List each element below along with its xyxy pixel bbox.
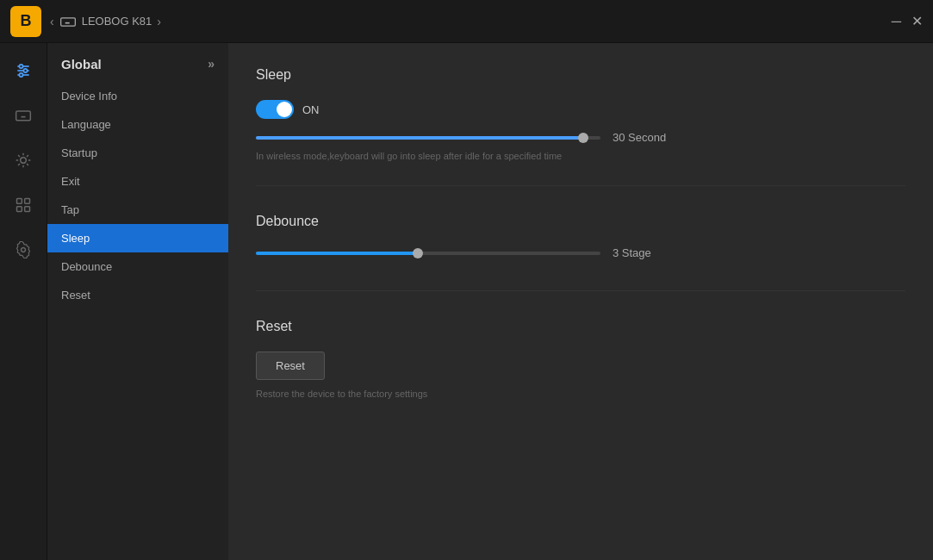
svg-rect-0 xyxy=(60,17,75,25)
app-logo: B xyxy=(10,6,41,37)
sleep-slider-row: 30 Second xyxy=(256,131,905,144)
sidebar-item-language[interactable]: Language xyxy=(47,110,228,139)
sleep-slider-track[interactable] xyxy=(256,136,600,140)
sidebar-section-title: Global » xyxy=(47,43,228,82)
sidebar-icon-settings[interactable] xyxy=(9,236,37,264)
debounce-section-title: Debounce xyxy=(256,214,905,229)
svg-rect-35 xyxy=(17,207,22,212)
svg-line-29 xyxy=(18,155,20,157)
sidebar-icon-sliders[interactable] xyxy=(9,57,37,84)
svg-point-24 xyxy=(21,158,27,164)
device-name-label: LEOBOG K81 xyxy=(82,15,152,28)
svg-line-32 xyxy=(18,164,20,165)
sidebar-icons xyxy=(0,43,47,560)
svg-point-13 xyxy=(23,69,27,72)
svg-point-12 xyxy=(19,65,22,68)
svg-line-30 xyxy=(27,164,28,165)
reset-section-title: Reset xyxy=(256,319,905,334)
sleep-slider-thumb[interactable] xyxy=(578,133,588,143)
svg-rect-34 xyxy=(25,199,30,204)
svg-rect-36 xyxy=(25,207,30,212)
svg-rect-33 xyxy=(17,199,22,204)
sidebar-icon-macro[interactable] xyxy=(9,191,37,219)
keyboard-nav-icon xyxy=(59,13,77,30)
debounce-slider-value: 3 Stage xyxy=(613,246,681,259)
sleep-slider-hint: In wireless mode,keyboard will go into s… xyxy=(256,151,905,161)
sleep-toggle-label: ON xyxy=(302,103,320,116)
sidebar-nav: Global » Device Info Language Startup Ex… xyxy=(47,43,228,560)
sidebar-item-startup[interactable]: Startup xyxy=(47,139,228,167)
sleep-section-title: Sleep xyxy=(256,67,905,83)
svg-point-14 xyxy=(19,73,22,77)
minimize-button[interactable]: ─ xyxy=(892,15,901,28)
nav-next-button[interactable]: › xyxy=(157,15,161,28)
sidebar-item-exit[interactable]: Exit xyxy=(47,167,228,196)
debounce-slider-row: 3 Stage xyxy=(256,246,905,259)
close-button[interactable]: ✕ xyxy=(911,15,923,28)
titlebar: B ‹ LEOBOG K81 › ─ ✕ xyxy=(0,0,933,43)
svg-rect-15 xyxy=(16,111,31,121)
reset-section: Reset Reset Restore the device to the fa… xyxy=(256,319,905,423)
sleep-slider-fill xyxy=(256,136,583,140)
svg-line-31 xyxy=(27,155,28,157)
device-nav: ‹ LEOBOG K81 › xyxy=(50,13,161,30)
sidebar-icon-keyboard[interactable] xyxy=(9,102,37,129)
debounce-slider-track[interactable] xyxy=(256,252,600,255)
nav-prev-button[interactable]: ‹ xyxy=(50,15,54,28)
sidebar-item-debounce[interactable]: Debounce xyxy=(47,252,228,281)
sidebar-item-tap[interactable]: Tap xyxy=(47,196,228,224)
sleep-slider-value: 30 Second xyxy=(613,131,681,144)
titlebar-left: B ‹ LEOBOG K81 › xyxy=(10,6,161,37)
reset-hint: Restore the device to the factory settin… xyxy=(256,389,905,399)
sidebar-item-sleep[interactable]: Sleep xyxy=(47,224,228,252)
sleep-section: Sleep ON 30 Second In wireless mode,keyb… xyxy=(256,67,905,186)
reset-button[interactable]: Reset xyxy=(256,352,325,380)
sidebar-item-reset[interactable]: Reset xyxy=(47,281,228,309)
debounce-section: Debounce 3 Stage xyxy=(256,214,905,291)
sleep-toggle-row: ON xyxy=(256,100,905,119)
debounce-slider-thumb[interactable] xyxy=(413,248,423,258)
sidebar-icon-effects[interactable] xyxy=(9,146,37,174)
main-layout: Global » Device Info Language Startup Ex… xyxy=(0,43,933,560)
sidebar-item-device-info[interactable]: Device Info xyxy=(47,82,228,110)
content-area: Sleep ON 30 Second In wireless mode,keyb… xyxy=(228,43,933,560)
debounce-slider-fill xyxy=(256,252,418,255)
titlebar-controls: ─ ✕ xyxy=(892,15,923,28)
sleep-toggle[interactable] xyxy=(256,100,294,119)
svg-point-37 xyxy=(22,248,26,252)
sidebar-expand-icon[interactable]: » xyxy=(208,57,215,71)
